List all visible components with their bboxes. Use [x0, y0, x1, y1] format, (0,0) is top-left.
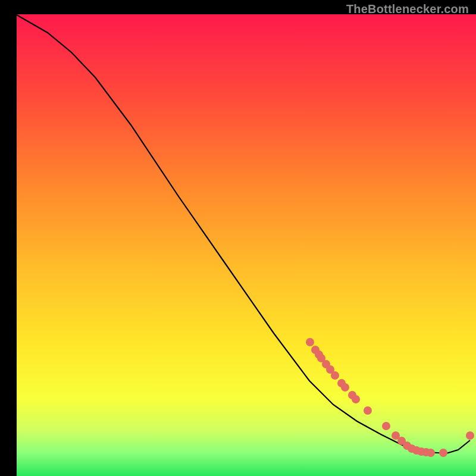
scatter-point	[364, 406, 372, 415]
plot-background	[17, 14, 476, 476]
scatter-point	[382, 422, 390, 430]
scatter-point	[427, 449, 435, 457]
scatter-point	[331, 371, 339, 380]
scatter-point	[341, 383, 349, 392]
chart-svg	[0, 0, 476, 476]
scatter-point	[352, 395, 360, 403]
chart-container: TheBottlenecker.com	[0, 0, 476, 476]
scatter-point	[466, 431, 474, 440]
scatter-point	[306, 338, 314, 346]
scatter-point	[439, 449, 447, 457]
